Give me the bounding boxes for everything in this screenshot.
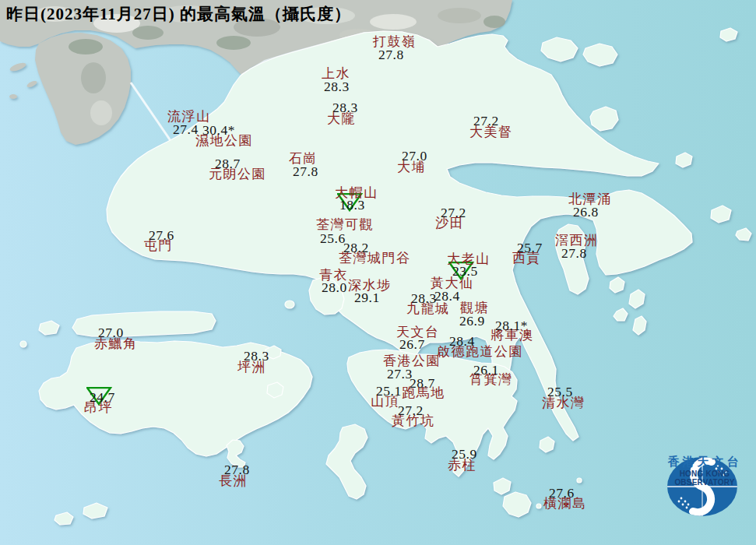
station-value: 25.1 [376, 385, 402, 399]
station-value: 26.9 [459, 315, 485, 329]
hko-logo-chinese-name: 香港天文台 [659, 455, 751, 469]
hko-max-temp-map-screen: 昨日(2023年11月27日) 的最高氣溫（攝氏度） 打鼓嶺27.8上水28.3… [0, 0, 756, 545]
station-value: 28.4 [449, 335, 475, 349]
station-value: 27.2 [473, 114, 499, 128]
station-value: 28.2 [343, 241, 369, 255]
station-value: 25.6 [320, 232, 346, 246]
station-value: 28.7 [410, 377, 435, 391]
station-value: 26.1 [473, 364, 499, 378]
station-value: 29.1 [354, 291, 380, 305]
station-value: 28.3 [244, 350, 269, 364]
station-value: 25.7 [517, 241, 543, 255]
station-value: 28.1* [495, 319, 528, 333]
station-value: 27.3 [387, 367, 413, 382]
hong-kong-map [0, 0, 756, 545]
station-value: 27.4 [173, 123, 199, 137]
station-value: 28.3 [332, 101, 358, 115]
station-value: 28.0 [322, 281, 347, 295]
station-value: 26.8 [573, 206, 599, 220]
station-value: 28.3 [411, 292, 437, 306]
station-value: 24.7 [90, 391, 115, 405]
hko-logo-english-name: HONG KONG OBSERVATORY [659, 469, 751, 487]
station-value: 25.9 [452, 448, 477, 462]
station-value: 27.2 [398, 404, 424, 418]
station-value: 27.0 [402, 149, 427, 164]
map-title: 昨日(2023年11月27日) 的最高氣溫（攝氏度） [6, 3, 351, 25]
station-value: 27.8 [378, 48, 404, 62]
station-value: 25.5 [547, 385, 573, 399]
station-value: 28.3 [324, 80, 350, 94]
station-value: 27.6 [549, 487, 575, 501]
station-value: 30.4* [202, 124, 235, 138]
station-value: 27.2 [441, 206, 466, 220]
station-value: 27.6 [149, 229, 174, 243]
station-value: 27.8 [561, 247, 587, 261]
hko-logo-text: 香港天文台 HONG KONG OBSERVATORY [659, 453, 751, 487]
station-value: 18.3 [339, 199, 365, 213]
station-value: 28.7 [215, 157, 241, 171]
station-value: 27.0 [98, 326, 124, 340]
station-value: 26.7 [399, 338, 425, 352]
station-value: 27.8 [293, 165, 318, 179]
station-name-label: 荃灣可觀 [316, 218, 374, 231]
station-value: 28.4 [434, 290, 460, 304]
station-value: 27.8 [224, 463, 250, 477]
